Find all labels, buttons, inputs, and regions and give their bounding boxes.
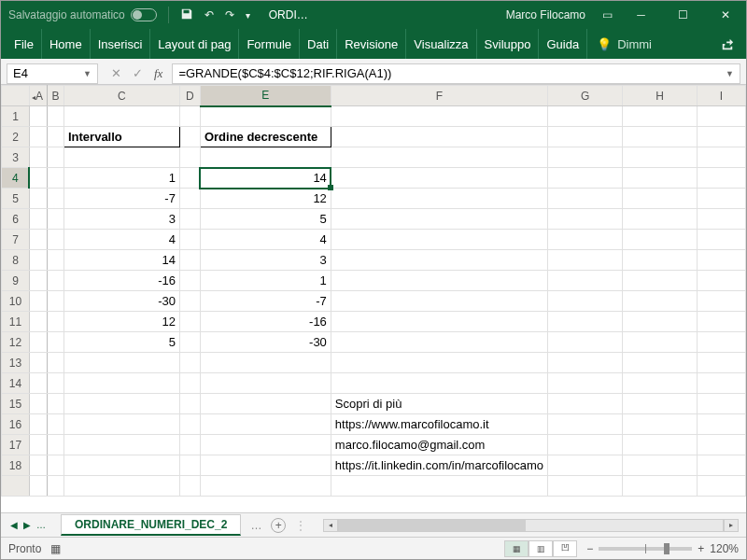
lightbulb-icon: 💡 bbox=[597, 37, 612, 51]
status-bar: Pronto ▦ ▦ ▥ 凹 − + 120% bbox=[1, 537, 746, 559]
view-pagelayout-button[interactable]: ▥ bbox=[529, 540, 553, 557]
table-row: 1112-16 bbox=[2, 312, 746, 332]
col-header-d[interactable]: D bbox=[179, 86, 200, 106]
table-row bbox=[2, 476, 746, 497]
save-icon[interactable] bbox=[180, 7, 193, 23]
tab-home[interactable]: Home bbox=[42, 29, 91, 59]
sheet-tab-bar: ◀ ▶ … ORDINARE_NUMERI_DEC_2 … + ⋮ ◂ ▸ bbox=[1, 512, 746, 537]
name-box-value: E4 bbox=[13, 66, 28, 80]
sheet-nav-next-icon[interactable]: ▶ bbox=[23, 520, 31, 530]
document-title: ORDI… bbox=[258, 8, 319, 21]
tab-sviluppo[interactable]: Sviluppo bbox=[477, 29, 540, 59]
table-row: 17marco.filocamo@gmail.com bbox=[2, 435, 746, 455]
redo-icon[interactable]: ↷ bbox=[225, 8, 234, 21]
column-headers: ◂A B C D E F G H I bbox=[2, 86, 746, 106]
sheet-tabs-overflow-icon[interactable]: … bbox=[250, 519, 261, 532]
zoom-level[interactable]: 120% bbox=[710, 542, 739, 555]
share-button[interactable] bbox=[709, 29, 746, 59]
close-button[interactable]: ✕ bbox=[704, 1, 746, 29]
tab-visualizza[interactable]: Visualizza bbox=[406, 29, 476, 59]
col-header-e[interactable]: E bbox=[200, 86, 331, 106]
horizontal-scrollbar[interactable]: ◂ ▸ bbox=[316, 519, 746, 532]
view-normal-button[interactable]: ▦ bbox=[504, 540, 529, 557]
zoom-slider[interactable] bbox=[599, 547, 692, 551]
fx-icon[interactable]: fx bbox=[154, 66, 162, 81]
tab-file[interactable]: File bbox=[1, 29, 42, 59]
sheet-nav-more-icon[interactable]: … bbox=[36, 520, 46, 530]
ribbon-tabs: File Home Inserisci Layout di pag Formul… bbox=[1, 29, 746, 59]
tab-dati[interactable]: Dati bbox=[300, 29, 337, 59]
autosave-group: Salvataggio automatico bbox=[1, 8, 164, 21]
formula-expand-icon[interactable]: ▼ bbox=[726, 69, 734, 78]
table-row: 4 1 14 bbox=[2, 168, 746, 189]
sheet-tab-splitter-icon[interactable]: ⋮ bbox=[295, 519, 306, 532]
table-row: 14 bbox=[2, 373, 746, 394]
header-intervallo[interactable]: Intervallo bbox=[63, 127, 179, 147]
formula-input[interactable]: =GRANDE($C$4:$C$12;RIF.RIGA(A1)) ▼ bbox=[172, 63, 740, 84]
autosave-label: Salvataggio automatico bbox=[8, 8, 125, 21]
sheet-nav-prev-icon[interactable]: ◀ bbox=[10, 520, 18, 530]
tab-formule[interactable]: Formule bbox=[239, 29, 300, 59]
table-row: 15Scopri di più bbox=[2, 394, 746, 414]
scroll-right-icon[interactable]: ▸ bbox=[724, 519, 739, 532]
tell-me-search[interactable]: 💡 Dimmi bbox=[587, 29, 661, 59]
col-header-g[interactable]: G bbox=[548, 86, 623, 106]
col-header-b[interactable]: B bbox=[48, 86, 64, 106]
table-row: 16https://www.marcofilocamo.it bbox=[2, 414, 746, 435]
table-row: 3 bbox=[2, 147, 746, 168]
col-header-f[interactable]: F bbox=[331, 86, 547, 106]
table-row: 1 bbox=[2, 106, 746, 127]
active-cell[interactable]: 14 bbox=[200, 168, 331, 189]
add-sheet-button[interactable]: + bbox=[271, 518, 286, 533]
qat-more-icon[interactable]: ▾ bbox=[246, 10, 250, 21]
zoom-in-button[interactable]: + bbox=[698, 542, 704, 555]
ribbon-options-icon[interactable]: ▭ bbox=[595, 8, 620, 21]
table-row: 10-30-7 bbox=[2, 291, 746, 312]
view-pagebreak-button[interactable]: 凹 bbox=[553, 540, 577, 557]
macro-record-icon[interactable]: ▦ bbox=[50, 542, 61, 555]
table-row: 9-161 bbox=[2, 271, 746, 291]
tab-layout[interactable]: Layout di pag bbox=[150, 29, 239, 59]
formula-text: =GRANDE($C$4:$C$12;RIF.RIGA(A1)) bbox=[178, 66, 391, 80]
accept-formula-icon[interactable]: ✓ bbox=[133, 66, 143, 80]
zoom-out-button[interactable]: − bbox=[586, 542, 593, 555]
formula-bar: E4 ▼ ✕ ✓ fx =GRANDE($C$4:$C$12;RIF.RIGA(… bbox=[1, 59, 746, 85]
user-name[interactable]: Marco Filocamo bbox=[497, 8, 595, 21]
minimize-button[interactable]: ─ bbox=[620, 1, 662, 29]
worksheet-area[interactable]: ◂A B C D E F G H I 1 2 Intervallo Ordine… bbox=[1, 85, 746, 512]
col-header-i[interactable]: I bbox=[697, 86, 745, 106]
col-header-c[interactable]: C bbox=[63, 86, 179, 106]
undo-icon[interactable]: ↶ bbox=[204, 8, 214, 21]
table-row: 125-30 bbox=[2, 332, 746, 353]
table-row: 635 bbox=[2, 209, 746, 230]
name-box-dropdown-icon[interactable]: ▼ bbox=[83, 69, 92, 78]
table-row: 2 Intervallo Ordine decrescente bbox=[2, 127, 746, 147]
table-row: 744 bbox=[2, 230, 746, 250]
header-ordine[interactable]: Ordine decrescente bbox=[200, 127, 331, 147]
status-ready: Pronto bbox=[8, 542, 41, 555]
maximize-button[interactable]: ☐ bbox=[662, 1, 704, 29]
title-bar: Salvataggio automatico ↶ ↷ ▾ ORDI… Marco… bbox=[1, 1, 746, 29]
tab-inserisci[interactable]: Inserisci bbox=[91, 29, 151, 59]
tab-revisione[interactable]: Revisione bbox=[337, 29, 406, 59]
autosave-toggle[interactable] bbox=[131, 8, 157, 21]
table-row: 18https://it.linkedin.com/in/marcofiloca… bbox=[2, 455, 746, 476]
table-row: 13 bbox=[2, 353, 746, 373]
tell-me-label: Dimmi bbox=[617, 37, 652, 51]
scroll-left-icon[interactable]: ◂ bbox=[323, 519, 338, 532]
name-box[interactable]: E4 ▼ bbox=[7, 63, 98, 84]
col-header-a[interactable]: ◂A bbox=[29, 86, 47, 106]
col-header-h[interactable]: H bbox=[623, 86, 698, 106]
quick-access-toolbar: ↶ ↷ ▾ bbox=[173, 7, 258, 23]
tab-guida[interactable]: Guida bbox=[539, 29, 587, 59]
select-all-corner[interactable] bbox=[2, 86, 30, 106]
table-row: 8143 bbox=[2, 250, 746, 271]
sheet-tab-active[interactable]: ORDINARE_NUMERI_DEC_2 bbox=[61, 514, 241, 536]
table-row: 5-712 bbox=[2, 189, 746, 209]
cancel-formula-icon[interactable]: ✕ bbox=[111, 66, 121, 80]
